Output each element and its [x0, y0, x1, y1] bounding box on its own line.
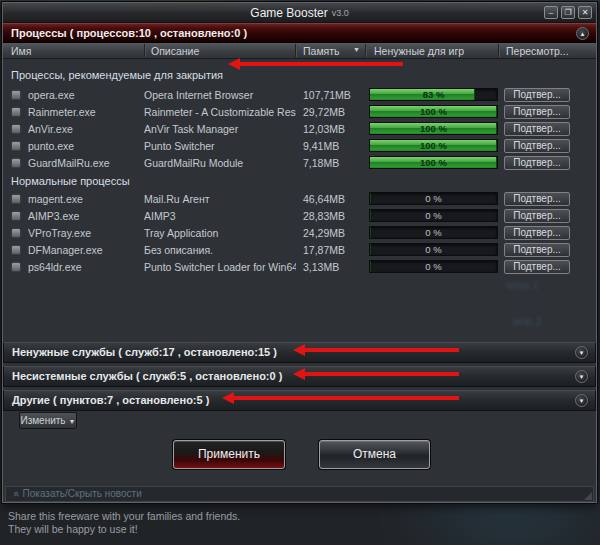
process-icon — [11, 211, 21, 221]
section-nonsystem-services[interactable]: Несистемные службы ( служб:5 , остановле… — [3, 366, 596, 387]
news-toggle-bar[interactable]: «Показать/Скрыть новости — [5, 486, 594, 502]
unneeded-progressbar: 100 % — [369, 156, 498, 169]
process-description: Opera Internet Browser — [144, 89, 296, 101]
column-memory[interactable]: Память — [303, 45, 340, 57]
sort-caret-icon[interactable]: ▼ — [353, 46, 360, 53]
process-name: Rainmeter.exe — [28, 106, 144, 118]
confirm-button[interactable]: Подтвер... — [504, 122, 570, 136]
confirm-button[interactable]: Подтвер... — [504, 260, 570, 274]
process-memory: 17,87MB — [296, 244, 367, 256]
process-row[interactable]: magent.exe Mail.Ru Агент 46,64MB 0 % Под… — [3, 190, 596, 207]
processes-section-header[interactable]: Процессы ( процессов:10 , остановлено:0 … — [3, 23, 596, 43]
group-header-normal: Нормальные процессы — [3, 171, 596, 190]
process-name: DFManager.exe — [28, 244, 144, 256]
process-icon — [11, 124, 21, 134]
process-icon — [11, 228, 21, 238]
process-description: Rainmeter - A Customizable Reso... — [144, 106, 296, 118]
column-unneeded[interactable]: Ненужные для игр — [374, 45, 464, 57]
process-description: Без описания. — [144, 244, 296, 256]
column-header-bar: Имя Описание Память ▼ Ненужные для игр П… — [3, 43, 596, 59]
confirm-button[interactable]: Подтвер... — [504, 105, 570, 119]
maximize-icon[interactable]: ❐ — [561, 6, 575, 19]
column-separator — [295, 44, 296, 57]
process-name: ps64ldr.exe — [28, 261, 144, 273]
process-row[interactable]: Rainmeter.exe Rainmeter - A Customizable… — [3, 103, 596, 120]
process-memory: 7,18MB — [296, 157, 367, 169]
process-memory: 12,03MB — [296, 123, 367, 135]
unneeded-progressbar: 0 % — [369, 209, 498, 222]
unneeded-progressbar: 0 % — [369, 243, 498, 256]
process-memory: 46,64MB — [296, 193, 367, 205]
process-icon — [11, 245, 21, 255]
edit-dropdown-button[interactable]: Изменить▼ — [19, 412, 77, 429]
process-name: magent.exe — [28, 193, 144, 205]
unneeded-progressbar: 0 % — [369, 226, 498, 239]
section-others[interactable]: Другие ( пунктов:7 , остановлено:5 ) ▾ — [3, 390, 596, 411]
process-list: Процессы, рекомендуемые для закрытия ope… — [3, 59, 596, 342]
process-name: GuardMailRu.exe — [28, 157, 144, 169]
process-memory: 29,72MB — [296, 106, 367, 118]
collapse-down-icon[interactable]: ▾ — [575, 394, 588, 407]
process-icon — [11, 90, 21, 100]
section-label: Несистемные службы ( служб:5 , остановле… — [12, 370, 282, 382]
column-review[interactable]: Пересмотр... — [506, 45, 569, 57]
process-icon — [11, 107, 21, 117]
process-row[interactable]: opera.exe Opera Internet Browser 107,71M… — [3, 86, 596, 103]
desktop-text-line1: Share this freeware with your families a… — [8, 510, 240, 522]
cancel-button[interactable]: Отмена — [319, 440, 430, 469]
desktop-text-line2: They will be happy to use it! — [8, 523, 138, 535]
collapse-up-icon[interactable]: ▴ — [576, 27, 589, 40]
minimize-icon[interactable]: – — [544, 6, 558, 19]
section-label: Другие ( пунктов:7 , остановлено:5 ) — [12, 394, 209, 406]
close-icon[interactable]: ✕ — [578, 6, 592, 19]
process-name: punto.exe — [28, 140, 144, 152]
process-description: Punto Switcher — [144, 140, 296, 152]
unneeded-progressbar: 100 % — [369, 139, 498, 152]
confirm-button[interactable]: Подтвер... — [504, 88, 570, 102]
process-row[interactable]: VProTray.exe Tray Application 24,29MB 0 … — [3, 224, 596, 241]
confirm-button[interactable]: Подтвер... — [504, 226, 570, 240]
column-desc[interactable]: Описание — [151, 45, 199, 57]
unneeded-progressbar: 100 % — [369, 122, 498, 135]
unneeded-progressbar: 0 % — [369, 192, 498, 205]
confirm-button[interactable]: Подтвер... — [504, 243, 570, 257]
process-icon — [11, 262, 21, 272]
resize-grip[interactable] — [584, 492, 592, 500]
process-name: AnVir.exe — [28, 123, 144, 135]
apply-button[interactable]: Применить — [173, 440, 285, 469]
column-separator — [144, 44, 145, 57]
process-icon — [11, 158, 21, 168]
process-row[interactable]: punto.exe Punto Switcher 9,41MB 100 % По… — [3, 137, 596, 154]
column-separator — [498, 44, 499, 57]
unneeded-progressbar: 100 % — [369, 105, 498, 118]
process-icon — [11, 141, 21, 151]
process-row[interactable]: DFManager.exe Без описания. 17,87MB 0 % … — [3, 241, 596, 258]
process-memory: 9,41MB — [296, 140, 367, 152]
section-unneeded-services[interactable]: Ненужные службы ( служб:17 , остановлено… — [3, 342, 596, 363]
process-icon — [11, 194, 21, 204]
process-row[interactable]: AnVir.exe AnVir Task Manager 12,03MB 100… — [3, 120, 596, 137]
confirm-button[interactable]: Подтвер... — [504, 156, 570, 170]
process-row[interactable]: GuardMailRu.exe GuardMailRu Module 7,18M… — [3, 154, 596, 171]
confirm-button[interactable]: Подтвер... — [504, 192, 570, 206]
section-label: Ненужные службы ( служб:17 , остановлено… — [12, 346, 277, 358]
process-name: VProTray.exe — [28, 227, 144, 239]
chevron-up-icon: « — [9, 491, 23, 497]
unneeded-progressbar: 0 % — [369, 260, 498, 273]
collapse-down-icon[interactable]: ▾ — [575, 370, 588, 383]
unneeded-progressbar: 83 % — [369, 88, 498, 101]
process-row[interactable]: ps64ldr.exe Punto Switcher Loader for Wi… — [3, 258, 596, 275]
titlebar[interactable]: Game Booster v3.0 – ❐ ✕ — [3, 3, 596, 23]
screenshot-stage: Game Booster v3.0 – ❐ ✕ Процессы ( проце… — [0, 0, 600, 545]
process-memory: 107,71MB — [296, 89, 367, 101]
confirm-button[interactable]: Подтвер... — [504, 209, 570, 223]
confirm-button[interactable]: Подтвер... — [504, 139, 570, 153]
collapse-down-icon[interactable]: ▾ — [575, 346, 588, 359]
column-separator — [365, 44, 366, 57]
process-row[interactable]: AIMP3.exe AIMP3 28,83MB 0 % Подтвер... — [3, 207, 596, 224]
column-name[interactable]: Имя — [11, 45, 31, 57]
window-version: v3.0 — [332, 8, 349, 18]
process-memory: 24,29MB — [296, 227, 367, 239]
news-toggle-label: Показать/Скрыть новости — [23, 488, 142, 499]
process-name: opera.exe — [28, 89, 144, 101]
